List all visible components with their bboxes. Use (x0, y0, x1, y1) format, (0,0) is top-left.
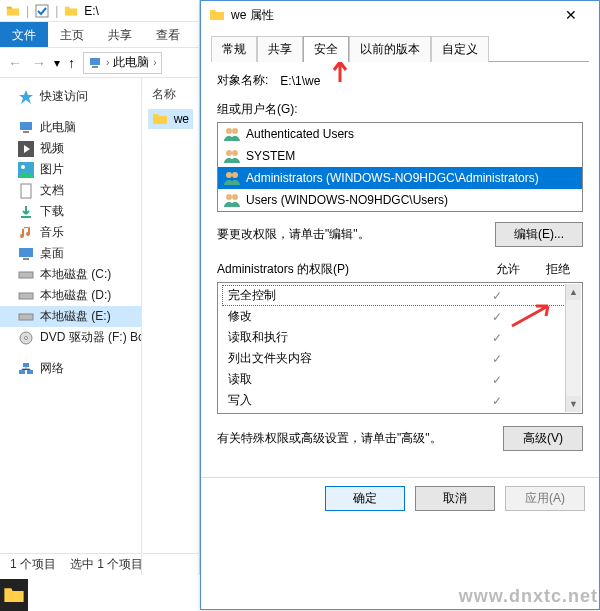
perm-row[interactable]: 列出文件夹内容✓ (218, 348, 582, 369)
tree-desktop[interactable]: 桌面 (0, 243, 141, 264)
svg-point-16 (25, 336, 28, 339)
chevron-down-icon[interactable]: ▾ (54, 56, 60, 70)
folder-icon (6, 4, 20, 18)
svg-rect-18 (27, 370, 33, 374)
pc-icon (88, 56, 102, 70)
perm-row[interactable]: 完全控制✓ (222, 285, 578, 306)
svg-rect-1 (90, 58, 100, 65)
svg-rect-2 (92, 66, 98, 68)
status-bar: 1 个项目 选中 1 个项目 (0, 553, 200, 575)
properties-dialog: we 属性 ✕ 常规 共享 安全 以前的版本 自定义 对象名称: E:\1\we… (200, 0, 600, 610)
folder-icon[interactable] (3, 584, 25, 606)
svg-rect-4 (23, 131, 29, 133)
file-row-selected[interactable]: we (148, 109, 193, 129)
titlebar[interactable]: we 属性 ✕ (201, 1, 599, 29)
scroll-down-icon[interactable]: ▼ (566, 396, 581, 412)
advanced-hint: 有关特殊权限或高级设置，请单击"高级"。 (217, 430, 495, 447)
group-item[interactable]: Users (WINDOWS-NO9HDGC\Users) (218, 189, 582, 211)
svg-rect-17 (19, 370, 25, 374)
svg-point-7 (21, 165, 25, 169)
tree-this-pc[interactable]: 此电脑 (0, 117, 141, 138)
edit-button[interactable]: 编辑(E)... (495, 222, 583, 247)
tab-general[interactable]: 常规 (211, 36, 257, 62)
check-icon: ✓ (472, 394, 522, 408)
allow-header: 允许 (483, 261, 533, 278)
tree-drive-e[interactable]: 本地磁盘 (E:) (0, 306, 141, 327)
permissions-list[interactable]: 完全控制✓ 修改✓ 读取和执行✓ 列出文件夹内容✓ 读取✓ 写入✓ ▲ ▼ (217, 282, 583, 414)
svg-point-25 (232, 172, 238, 178)
svg-rect-14 (19, 314, 33, 320)
tree-pictures[interactable]: 图片 (0, 159, 141, 180)
apply-button[interactable]: 应用(A) (505, 486, 585, 511)
check-icon: ✓ (472, 331, 522, 345)
advanced-button[interactable]: 高级(V) (503, 426, 583, 451)
perm-row[interactable]: 读取✓ (218, 369, 582, 390)
downloads-icon (18, 204, 34, 220)
perm-row[interactable]: 修改✓ (218, 306, 582, 327)
perm-row[interactable]: 读取和执行✓ (218, 327, 582, 348)
tab-security[interactable]: 安全 (303, 36, 349, 62)
close-button[interactable]: ✕ (551, 3, 591, 27)
svg-rect-13 (19, 293, 33, 299)
breadcrumb-text: 此电脑 (113, 54, 149, 71)
drive-caption: E:\ (84, 4, 99, 18)
users-icon (224, 170, 240, 186)
disc-icon (18, 330, 34, 346)
navbar: ← → ▾ ↑ › 此电脑 › (0, 48, 199, 78)
ribbon-file-tab[interactable]: 文件 (0, 22, 48, 47)
desktop-icon (18, 246, 34, 262)
ribbon-tab-home[interactable]: 主页 (48, 22, 96, 47)
perm-row[interactable]: 写入✓ (218, 390, 582, 411)
tree-drive-c[interactable]: 本地磁盘 (C:) (0, 264, 141, 285)
dialog-title: we 属性 (231, 7, 551, 24)
svg-rect-3 (20, 122, 32, 130)
check-icon: ✓ (472, 289, 522, 303)
svg-rect-11 (23, 258, 29, 260)
nav-up-icon[interactable]: ↑ (66, 55, 77, 71)
svg-rect-0 (36, 5, 48, 17)
tree-drive-d[interactable]: 本地磁盘 (D:) (0, 285, 141, 306)
tab-previous[interactable]: 以前的版本 (349, 36, 431, 62)
tree-downloads[interactable]: 下载 (0, 201, 141, 222)
check-icon: ✓ (472, 310, 522, 324)
nav-back-icon[interactable]: ← (6, 55, 24, 71)
group-item[interactable]: SYSTEM (218, 145, 582, 167)
tab-customize[interactable]: 自定义 (431, 36, 489, 62)
tree-quick-access[interactable]: 快速访问 (0, 86, 141, 107)
music-icon (18, 225, 34, 241)
groups-listbox[interactable]: Authenticated Users SYSTEM Administrator… (217, 122, 583, 212)
documents-icon (18, 183, 34, 199)
tree-network[interactable]: 网络 (0, 358, 141, 379)
svg-rect-9 (21, 216, 31, 218)
breadcrumb[interactable]: › 此电脑 › (83, 52, 162, 74)
status-count: 1 个项目 (10, 556, 56, 573)
separator: | (26, 4, 29, 18)
nav-forward-icon[interactable]: → (30, 55, 48, 71)
svg-point-26 (226, 194, 232, 200)
users-icon (224, 126, 240, 142)
ok-button[interactable]: 确定 (325, 486, 405, 511)
content-pane[interactable]: 名称 we (142, 78, 199, 575)
svg-point-23 (232, 150, 238, 156)
users-icon (224, 148, 240, 164)
explorer-window: | | E:\ 文件 主页 共享 查看 ← → ▾ ↑ › 此电脑 › 快速访问 (0, 0, 200, 575)
tree-dvd[interactable]: DVD 驱动器 (F:) Bo (0, 327, 141, 348)
drive-icon (18, 309, 34, 325)
pictures-icon (18, 162, 34, 178)
network-icon (18, 361, 34, 377)
cancel-button[interactable]: 取消 (415, 486, 495, 511)
tree-documents[interactable]: 文档 (0, 180, 141, 201)
tree-videos[interactable]: 视频 (0, 138, 141, 159)
group-item[interactable]: Authenticated Users (218, 123, 582, 145)
ribbon-tab-share[interactable]: 共享 (96, 22, 144, 47)
tab-share[interactable]: 共享 (257, 36, 303, 62)
column-header-name[interactable]: 名称 (148, 84, 193, 109)
ribbon-tab-view[interactable]: 查看 (144, 22, 192, 47)
group-item-selected[interactable]: Administrators (WINDOWS-NO9HDGC\Administ… (218, 167, 582, 189)
scroll-up-icon[interactable]: ▲ (566, 284, 581, 300)
nav-tree[interactable]: 快速访问 此电脑 视频 图片 文档 下载 音乐 桌面 本地磁盘 (C:) 本地磁… (0, 78, 142, 575)
scrollbar[interactable]: ▲ ▼ (565, 284, 581, 412)
tree-music[interactable]: 音乐 (0, 222, 141, 243)
tabstrip: 常规 共享 安全 以前的版本 自定义 (201, 29, 599, 61)
drive-icon (18, 288, 34, 304)
